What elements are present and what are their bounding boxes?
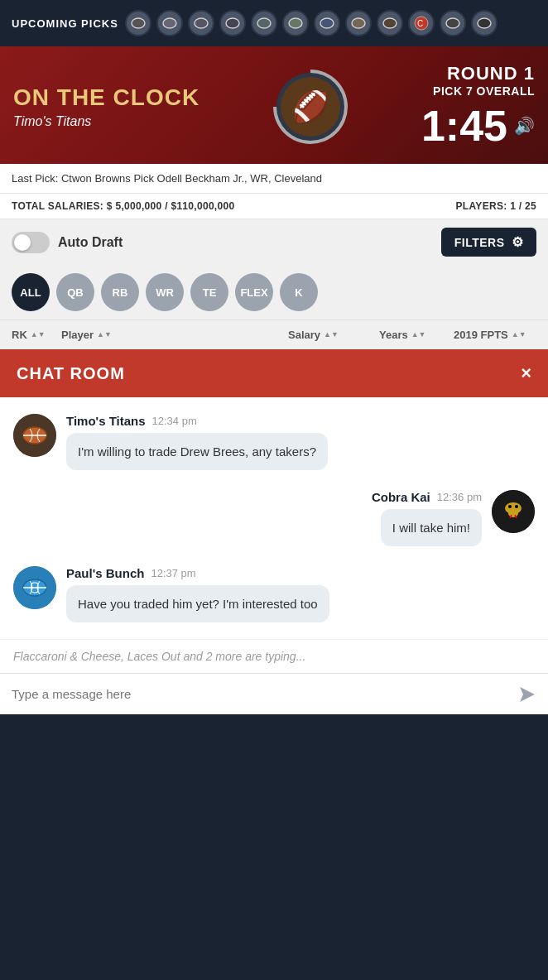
pick-avatar-8[interactable] <box>345 10 372 36</box>
svg-point-11 <box>446 18 459 28</box>
players-info: PLAYERS: 1 / 25 <box>456 200 536 212</box>
chat-close-button[interactable]: × <box>521 363 531 384</box>
svg-point-2 <box>195 18 208 28</box>
message-row-2: Cobra Kai 12:36 pm I will take him! <box>13 490 535 546</box>
timer-display: 1:45 <box>421 101 507 151</box>
pick-avatar-12[interactable] <box>471 10 498 36</box>
svg-point-1 <box>163 18 176 28</box>
pos-btn-wr[interactable]: WR <box>146 273 184 311</box>
upcoming-label: UPCOMING PICKS <box>12 17 118 30</box>
pos-btn-rb[interactable]: RB <box>101 273 139 311</box>
th-years-label: Years <box>379 329 408 341</box>
upcoming-picks-bar: UPCOMING PICKS C <box>0 0 548 46</box>
salary-value: $ 5,000,000 / $110,000,000 <box>107 200 235 212</box>
players-label: PLAYERS: <box>456 200 507 212</box>
msg-meta-3: Paul's Bunch 12:37 pm <box>66 566 329 580</box>
msg-sender-3: Paul's Bunch <box>66 566 144 580</box>
filters-icon: ⚙ <box>512 234 524 250</box>
msg-time-1: 12:34 pm <box>152 415 197 427</box>
pick-avatar-5[interactable] <box>251 10 277 36</box>
pos-btn-qb[interactable]: QB <box>56 273 94 311</box>
th-player[interactable]: Player ▲▼ <box>61 329 288 341</box>
msg-content-1: Timo's Titans 12:34 pm I'm willing to tr… <box>66 414 328 470</box>
th-salary[interactable]: Salary ▲▼ <box>288 329 379 341</box>
chat-title: CHAT ROOM <box>17 364 125 383</box>
clock-right: ROUND 1 PICK 7 OVERALL 1:45 🔊 <box>421 63 535 151</box>
last-pick-text: Last Pick: Ctwon Browns Pick Odell Beckh… <box>12 172 322 185</box>
send-button[interactable] <box>518 685 536 704</box>
clock-team: Timo's Titans <box>13 114 199 129</box>
pick-avatar-9[interactable] <box>377 10 403 36</box>
svg-marker-27 <box>520 687 535 702</box>
svg-point-19 <box>508 505 512 508</box>
timer-row: 1:45 🔊 <box>421 101 535 151</box>
pick-avatar-6[interactable] <box>282 10 309 36</box>
helmet-emoji: 🏈 <box>281 77 340 137</box>
pick-avatar-7[interactable] <box>314 10 340 36</box>
th-rk-label: RK <box>12 329 27 341</box>
salaries-row: TOTAL SALARIES: $ 5,000,000 / $110,000,0… <box>0 194 548 219</box>
last-pick-bar: Last Pick: Ctwon Browns Pick Odell Beckh… <box>0 164 548 194</box>
helmet-ring: 🏈 <box>273 70 348 144</box>
msg-meta-2: Cobra Kai 12:36 pm <box>372 490 482 504</box>
svg-point-8 <box>383 18 397 28</box>
msg-bubble-3: Have you traded him yet? I'm interested … <box>66 585 329 622</box>
msg-avatar-pauls <box>13 566 56 609</box>
msg-sender-2: Cobra Kai <box>372 490 430 504</box>
pick-avatars-list: C <box>125 10 498 36</box>
on-the-clock-section: ON THE CLOCK Timo's Titans 🏈 ROUND 1 PIC… <box>0 46 548 164</box>
typing-text: Flaccaroni & Cheese, Laces Out and 2 mor… <box>13 650 305 663</box>
table-header: RK ▲▼ Player ▲▼ Salary ▲▼ Years ▲▼ 2019 … <box>0 319 548 349</box>
pos-btn-all[interactable]: ALL <box>12 273 50 311</box>
pos-btn-k[interactable]: K <box>280 273 318 311</box>
msg-meta-1: Timo's Titans 12:34 pm <box>66 414 328 428</box>
th-fpts-label: 2019 FPTS <box>454 329 508 341</box>
years-sort-arrows: ▲▼ <box>411 331 426 339</box>
message-input[interactable] <box>12 682 512 706</box>
svg-point-7 <box>352 18 365 28</box>
chat-messages: Timo's Titans 12:34 pm I'm willing to tr… <box>0 397 548 639</box>
msg-bubble-1: I'm willing to trade Drew Brees, any tak… <box>66 433 328 470</box>
salary-label: TOTAL SALARIES: <box>12 200 103 212</box>
pos-btn-flex[interactable]: FLEX <box>235 273 273 311</box>
msg-avatar-timos <box>13 414 56 457</box>
filters-button[interactable]: FILTERS ⚙ <box>441 228 536 257</box>
clock-label: ON THE CLOCK <box>13 84 199 111</box>
svg-text:C: C <box>417 19 423 28</box>
th-years[interactable]: Years ▲▼ <box>379 329 454 341</box>
pick-avatar-2[interactable] <box>156 10 183 36</box>
controls-row: Auto Draft FILTERS ⚙ <box>0 219 548 265</box>
salary-sort-arrows: ▲▼ <box>324 331 339 339</box>
message-input-row[interactable] <box>0 673 548 714</box>
round-label: ROUND 1 <box>447 63 535 84</box>
svg-point-5 <box>289 18 302 28</box>
pick-avatar-11[interactable] <box>440 10 466 36</box>
players-value: 1 / 25 <box>510 200 536 212</box>
pick-avatar-10[interactable]: C <box>408 10 435 36</box>
msg-time-2: 12:36 pm <box>437 491 482 503</box>
pos-btn-te[interactable]: TE <box>190 273 228 311</box>
player-sort-arrows: ▲▼ <box>97 331 112 339</box>
pick-avatar-3[interactable] <box>188 10 214 36</box>
pick-avatar-1[interactable] <box>125 10 151 36</box>
msg-content-2: Cobra Kai 12:36 pm I will take him! <box>372 490 482 546</box>
filters-label: FILTERS <box>454 236 505 249</box>
svg-point-20 <box>515 505 518 508</box>
auto-draft-group: Auto Draft <box>12 232 123 253</box>
pick-avatar-4[interactable] <box>219 10 246 36</box>
volume-icon[interactable]: 🔊 <box>514 116 535 136</box>
svg-point-6 <box>320 18 334 28</box>
svg-point-3 <box>226 18 239 28</box>
msg-time-3: 12:37 pm <box>151 567 195 579</box>
svg-point-4 <box>257 18 271 28</box>
th-player-label: Player <box>61 329 94 341</box>
th-rk[interactable]: RK ▲▼ <box>12 329 61 341</box>
position-filter-row: ALL QB RB WR TE FLEX K <box>0 265 548 319</box>
typing-indicator: Flaccaroni & Cheese, Laces Out and 2 mor… <box>0 639 548 673</box>
msg-avatar-cobra <box>492 490 535 533</box>
toggle-knob <box>14 234 31 251</box>
th-fpts[interactable]: 2019 FPTS ▲▼ <box>454 329 536 341</box>
auto-draft-toggle[interactable] <box>12 232 50 253</box>
salary-info: TOTAL SALARIES: $ 5,000,000 / $110,000,0… <box>12 200 234 212</box>
chat-overlay: CHAT ROOM × Timo's Titans 12:34 pm I'm <box>0 349 548 714</box>
